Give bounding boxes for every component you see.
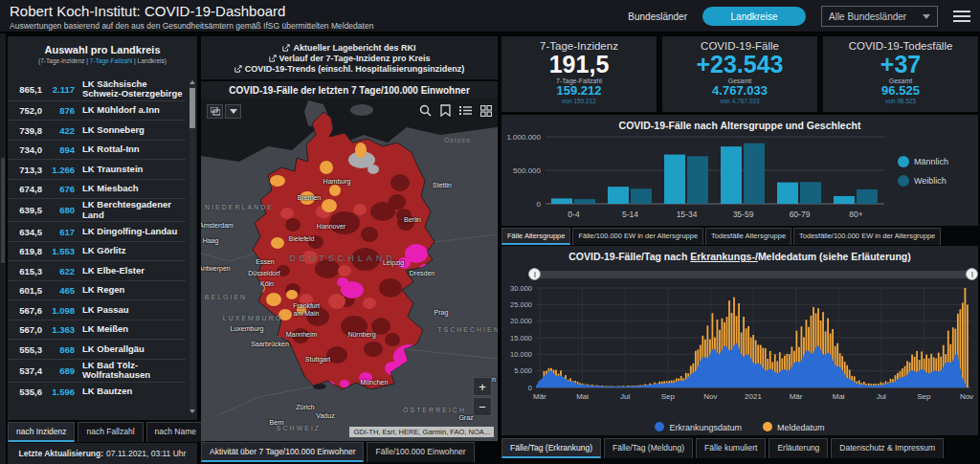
list-item[interactable]: 634,5617LK Dingolfing-Landau: [8, 221, 186, 241]
age-tab-0[interactable]: Fälle Altersgruppe: [501, 228, 570, 245]
city-label: Saarbrücken: [251, 341, 289, 347]
row-fallzahl: 465: [42, 285, 75, 296]
range-handle-right[interactable]: [966, 268, 978, 280]
city-label: Mannheim: [286, 331, 318, 338]
city-label: Bremen: [298, 194, 322, 201]
row-inzidenz: 674,8: [8, 184, 42, 194]
zoom-out-button[interactable]: −: [473, 397, 492, 416]
map-canvas[interactable]: OstseeNIEDERLANDEBELGIENLUXEMBURGTSCHECH…: [201, 99, 498, 441]
row-name: LK Elbe-Elster: [75, 266, 186, 276]
list-item[interactable]: 865,12.117LK Sächsische Schweiz-Osterzge…: [8, 78, 186, 100]
list-item[interactable]: 601,5465LK Regen: [8, 280, 186, 300]
list-item[interactable]: 752,0876LK Mühldorf a.Inn: [8, 100, 186, 121]
sort-tab-1[interactable]: nach Fallzahl: [78, 422, 143, 442]
map-tab-0[interactable]: Aktivität über 7 Tage/100.000 Einwohner: [201, 442, 364, 462]
list-scrollbar[interactable]: [189, 80, 195, 413]
timeline-tab-0[interactable]: Fälle/Tag (Erkrankung): [501, 438, 601, 458]
row-inzidenz: 865,1: [8, 84, 42, 95]
search-icon[interactable]: [419, 104, 432, 117]
city-label: Bern: [270, 419, 284, 426]
row-inzidenz: 537,4: [8, 365, 42, 376]
row-inzidenz: 535,6: [8, 387, 42, 397]
list-item[interactable]: 713,31.266LK Traunstein: [8, 159, 186, 179]
country-label: ÖSTERREICH: [403, 407, 466, 413]
row-fallzahl: 876: [42, 105, 75, 116]
country-label: TSCHECHIEN: [437, 326, 498, 333]
city-label: Köln: [260, 280, 274, 287]
svg-text:Mär: Mär: [533, 392, 546, 401]
rki-link-2[interactable]: COVID-19-Trends (einschl. Hospitalisieru…: [234, 64, 465, 74]
toggle-landkreise[interactable]: Landkreise: [702, 7, 806, 26]
sort-tab-2[interactable]: nach Name: [146, 422, 205, 442]
bundesland-select[interactable]: Alle Bundesländer: [821, 6, 938, 27]
age-tab-2[interactable]: Todesfälle Altersgruppe: [705, 228, 791, 245]
city-label: Hannover: [317, 223, 345, 230]
list-item[interactable]: 674,8676LK Miesbach: [8, 179, 186, 199]
row-inzidenz: 615,3: [8, 266, 42, 276]
bookmark-icon[interactable]: [440, 104, 451, 117]
chevron-down-icon: [923, 14, 930, 19]
list-item[interactable]: 619,81.553LK Görlitz: [8, 241, 186, 261]
external-link-icon: [282, 44, 290, 52]
list-item[interactable]: 615,3622LK Elbe-Elster: [8, 260, 186, 280]
city-label: Nürnberg: [347, 331, 375, 338]
svg-text:10.000: 10.000: [510, 350, 532, 359]
svg-text:Nov: Nov: [703, 392, 717, 401]
list-item[interactable]: 734,0894LK Rottal-Inn: [8, 140, 186, 160]
row-inzidenz: 567,0: [8, 324, 42, 335]
external-link-icon: [269, 55, 277, 62]
row-inzidenz: 639,5: [8, 205, 42, 215]
list-item[interactable]: 739,8422LK Sonneberg: [8, 120, 186, 140]
svg-text:Sep: Sep: [661, 392, 676, 401]
svg-text:Nov: Nov: [960, 392, 973, 401]
list-item[interactable]: 567,61.098LK Passau: [8, 299, 186, 320]
svg-text:0-4: 0-4: [568, 210, 580, 219]
basemap-icon[interactable]: [480, 105, 492, 117]
list-item[interactable]: 537,4689LK Bad Tölz-Wolfratshausen: [8, 359, 186, 382]
timeline-range-slider[interactable]: [534, 269, 972, 280]
svg-text:0: 0: [528, 384, 532, 392]
menu-icon[interactable]: [953, 11, 970, 22]
row-fallzahl: 1.266: [42, 165, 75, 175]
svg-text:15-34: 15-34: [677, 210, 698, 219]
timeline-legend: ErkrankungsdatumMeldedatum: [501, 422, 978, 432]
row-name: LK Görlitz: [75, 246, 186, 255]
timeline-tab-2[interactable]: Fälle kumuliert: [696, 438, 766, 458]
chevron-down-icon[interactable]: [225, 104, 241, 119]
layers-icon[interactable]: [207, 104, 223, 119]
timeline-tab-1[interactable]: Fälle/Tag (Meldung): [604, 438, 693, 458]
age-tab-1[interactable]: Fälle/100.000 EW in der Altersgruppe: [572, 228, 703, 245]
legend-icon[interactable]: [459, 105, 472, 116]
stat-footnote: von 4.767.033: [662, 98, 817, 104]
city-label: Antwerpen: [201, 265, 231, 272]
toggle-bundeslaender[interactable]: Bundesländer: [628, 11, 687, 22]
country-label: NIEDERLANDE: [205, 204, 274, 210]
legend-item: Meldedatum: [763, 422, 825, 432]
age-bar-chart: 1.000.000500.00000-45-1415-3435-5960-798…: [501, 131, 978, 223]
row-name: LK Sonneberg: [75, 125, 186, 135]
stat-sub-value: 96.525: [823, 84, 978, 98]
row-fallzahl: 689: [42, 365, 75, 376]
range-handle-left[interactable]: [528, 268, 541, 280]
city-label: am Main: [294, 310, 320, 317]
sort-tab-0[interactable]: nach Inzidenz: [8, 422, 75, 442]
row-fallzahl: 868: [42, 344, 75, 355]
map-title: COVID-19-Fälle der letzten 7 Tage/100.00…: [201, 81, 498, 99]
list-item[interactable]: 639,5680LK Berchtesgadener Land: [8, 198, 186, 221]
timeline-tab-3[interactable]: Erläuterung: [768, 438, 828, 458]
age-tab-3[interactable]: Todesfälle/100.000 EW in der Altersgrupp…: [793, 228, 941, 245]
page-scrollbar[interactable]: [0, 33, 6, 464]
timeline-title: COVID-19-Fälle/Tag nach Erkrankungs-/Mel…: [501, 246, 978, 262]
row-inzidenz: 555,3: [8, 344, 42, 355]
list-item[interactable]: 555,3868LK Oberallgäu: [8, 339, 186, 359]
rki-link-0[interactable]: Aktueller Lagebericht des RKI: [282, 43, 415, 53]
zoom-in-button[interactable]: +: [473, 377, 492, 396]
list-item[interactable]: 567,01.363LK Meißen: [8, 320, 186, 340]
row-name: LK Sächsische Schweiz-Osterzgebirge: [75, 79, 186, 99]
map-tab-1[interactable]: Fälle/100.000 Einwohner: [367, 442, 474, 462]
page-subtitle: Auswertungen basierend auf den aus den G…: [10, 21, 373, 31]
timeline-tab-4[interactable]: Datenschutz & Impressum: [831, 438, 944, 458]
svg-text:Mai: Mai: [833, 392, 845, 401]
rki-link-1[interactable]: Verlauf der 7-Tage-Inzidenz pro Kreis: [269, 54, 431, 63]
list-item[interactable]: 535,61.596LK Bautzen: [8, 382, 186, 402]
